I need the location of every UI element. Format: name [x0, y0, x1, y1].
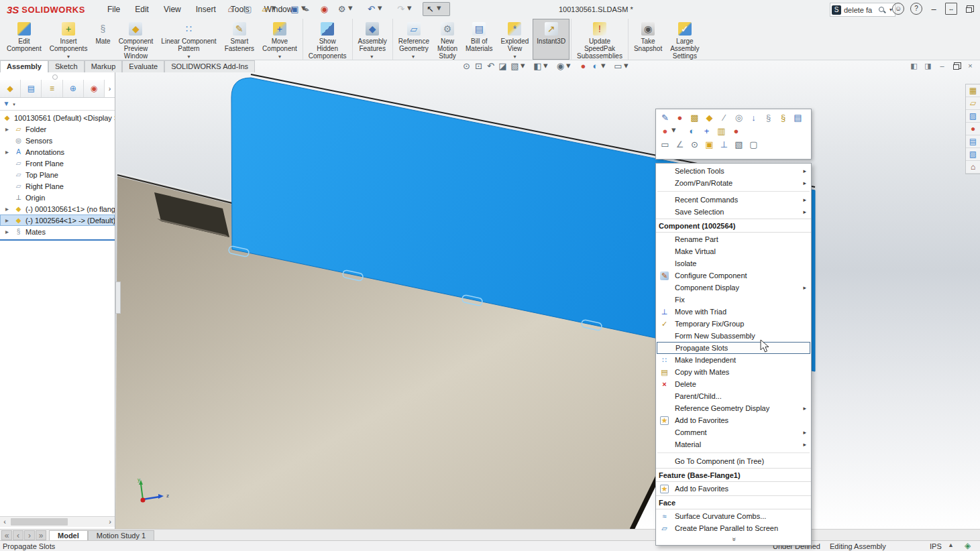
context-menu-item[interactable]: Save Selection ▸ [656, 206, 811, 218]
next-doc-icon[interactable]: ◨ [924, 62, 932, 70]
context-menu-item[interactable]: ≈ Surface Curvature Combs... ▸ [656, 510, 811, 522]
tree-item[interactable]: ▸ ▱ Front Plane [0, 158, 115, 169]
context-menu-item[interactable]: Parent/Child... ▸ [656, 390, 811, 402]
ribbon-button[interactable]: ◆ Component Preview Window ▾ [115, 19, 158, 60]
edit-appearance-icon[interactable]: ● [674, 112, 686, 123]
tree-horizontal-scrollbar[interactable]: ‹ › [0, 516, 115, 527]
context-menu-item[interactable]: ▸ [656, 189, 811, 194]
isometric-view-icon[interactable]: ▧ [733, 139, 745, 150]
context-menu-item[interactable]: ★ Add to Favorites ▸ [656, 414, 811, 426]
insert-component-arrow-icon[interactable]: ↓ [748, 112, 759, 123]
context-menu-item[interactable]: ▤ Copy with Mates ▸ [656, 366, 811, 378]
context-menu-item[interactable]: ★ Add to Favorites ▸ [656, 483, 811, 495]
status-tag-icon[interactable]: ◈ [965, 542, 971, 550]
menu-item[interactable]: View [158, 2, 187, 17]
menu-item[interactable]: Insert [190, 2, 222, 17]
smart-mate-icon[interactable]: § [777, 112, 789, 123]
context-menu-item[interactable]: Reference Geometry Display ▸ [656, 402, 811, 414]
model-tab[interactable]: Model [49, 530, 88, 541]
quick-access-button[interactable]: ↖ ▾ [423, 2, 450, 16]
quick-access-button[interactable]: ◉ ▾ [317, 2, 332, 16]
scrollbar-thumb[interactable] [11, 518, 68, 526]
dropdown-caret-icon[interactable]: ▾ [601, 61, 611, 71]
magnifier-icon[interactable] [877, 5, 887, 15]
context-menu-item[interactable]: Isolate ▸ [656, 257, 811, 269]
panel-expand-chevron-icon[interactable]: › [105, 80, 115, 97]
dropdown-caret-icon[interactable]: ▾ [348, 3, 360, 15]
quick-access-button[interactable]: ▢ ▾ [240, 2, 256, 16]
context-menu-item[interactable]: Face ▸ [656, 495, 811, 509]
help-icon[interactable]: ? [910, 3, 922, 15]
dropdown-caret-icon[interactable]: ▾ [272, 3, 283, 15]
tab-nav-button[interactable]: › [24, 530, 35, 540]
dropdown-caret-icon[interactable]: ▾ [671, 125, 683, 137]
context-menu-item[interactable]: Zoom/Pan/Rotate ▸ [656, 177, 811, 189]
tab-nav-button[interactable]: ‹ [13, 530, 23, 540]
component-properties-icon[interactable]: ▤ [792, 112, 804, 123]
ribbon-button[interactable]: ↗ Instant3D ▾ [533, 19, 569, 60]
tree-item[interactable]: ▸ ◎ Sensors [0, 135, 115, 146]
panel-collapse-handle[interactable] [52, 74, 58, 80]
tree-item[interactable]: ▸ ◆ (-) 000130561<1> (no flange) <Di [0, 203, 115, 215]
panel-splitter[interactable] [115, 282, 121, 314]
context-menu-item[interactable]: Comment ▸ [656, 426, 811, 438]
context-menu-item[interactable]: ▱ Create Plane Parallel to Screen ▸ [656, 522, 811, 534]
task-pane-button[interactable]: ● [966, 123, 980, 135]
ribbon-tab[interactable]: Assembly [0, 60, 48, 72]
context-menu-item[interactable]: Feature (Base-Flange1) ▸ [656, 468, 811, 482]
dropdown-caret-icon[interactable]: ▾ [67, 54, 70, 60]
ribbon-button[interactable]: ◉ Take Snapshot ▾ [628, 19, 666, 60]
tree-item[interactable]: ▸ § Mates [0, 226, 115, 237]
ribbon-button[interactable]: * Exploded View ▾ [497, 19, 533, 60]
context-menu-item[interactable]: Component (1002564) ▸ [656, 219, 811, 233]
hscroll-left-icon[interactable]: ‹ [0, 518, 9, 526]
task-pane-button[interactable]: ▦ [966, 84, 980, 97]
view-tool-button[interactable]: ● ▾ [578, 61, 588, 71]
restore-doc-icon[interactable] [952, 62, 961, 70]
dropdown-caret-icon[interactable]: ▾ [407, 3, 419, 15]
menu-item[interactable]: Edit [129, 2, 155, 17]
ribbon-button[interactable]: ⚙ New Motion Study ▾ [433, 19, 461, 60]
view-tool-button[interactable]: ◧ ▾ [533, 61, 553, 71]
expand-arrow-icon[interactable]: ▸ [3, 147, 11, 156]
feature-manager-tab[interactable]: ▤ [21, 80, 42, 97]
feature-manager-tab[interactable]: ◆ [0, 80, 21, 97]
context-menu-item[interactable]: Fix ▸ [656, 294, 811, 306]
tree-item[interactable]: ▸ ◆ (-) 1002564<1> -> (Default) <<De [0, 215, 115, 226]
context-menu-item[interactable]: Propagate Slots ▸ [657, 342, 810, 354]
dropdown-caret-icon[interactable]: ▾ [378, 3, 389, 15]
feature-manager-tab[interactable]: ≡ [42, 80, 62, 97]
dropdown-caret-icon[interactable]: ▾ [412, 54, 415, 60]
context-menu-item[interactable]: ✎ Configure Component ▸ [656, 269, 811, 282]
dropdown-caret-icon[interactable]: ▾ [513, 54, 516, 60]
tree-root-item[interactable]: ◆ 100130561 (Default) <Display State-1> [0, 112, 115, 123]
context-menu-item[interactable]: ▸ [656, 450, 811, 455]
quick-access-button[interactable]: ▱ ▾ [258, 2, 285, 16]
ribbon-tab[interactable]: Evaluate [122, 60, 164, 72]
context-menu-item[interactable]: ✓ Temporary Fix/Group ▸ [656, 318, 811, 330]
hscroll-right-icon[interactable]: › [105, 518, 115, 526]
tree-filter-row[interactable]: ▼ ▾ [0, 98, 115, 111]
status-up-icon[interactable]: ▲ [948, 542, 954, 548]
view-tool-button[interactable]: ◉ ▾ [555, 61, 576, 71]
model-tab[interactable]: Motion Study 1 [88, 530, 154, 541]
context-menu-item[interactable]: Make Virtual ▸ [656, 245, 811, 257]
view-tool-button[interactable]: ⊡ ▾ [474, 61, 484, 71]
ribbon-button[interactable]: ✓ Large Assembly Settings ▾ [666, 19, 703, 60]
dropdown-caret-icon[interactable]: ▾ [187, 54, 190, 60]
quick-access-button[interactable]: ↶ ▾ [364, 2, 391, 16]
ribbon-button[interactable]: ▤ Bill of Materials ▾ [461, 19, 497, 60]
tree-item[interactable]: ▸ ▱ Top Plane [0, 169, 115, 180]
view-tool-button[interactable]: ↶ ▾ [486, 61, 496, 71]
ribbon-button[interactable]: Edit Component ▾ [3, 19, 46, 60]
dropdown-caret-icon[interactable]: ▾ [521, 61, 531, 71]
tree-item[interactable]: ▸ ▱ Folder [0, 123, 115, 135]
select-other-icon[interactable]: ▭ [659, 139, 671, 150]
context-menu-item[interactable]: × Delete ▸ [656, 378, 811, 390]
tab-nav-button[interactable]: « [1, 530, 12, 540]
task-pane-button[interactable]: ▨ [966, 110, 980, 123]
zoom-selection-icon[interactable]: ⊙ [689, 139, 700, 150]
task-pane-button[interactable]: ▱ [966, 97, 980, 110]
span-displays-icon[interactable]: ↔ [945, 3, 957, 15]
feature-manager-tab[interactable]: ⊕ [63, 80, 84, 97]
